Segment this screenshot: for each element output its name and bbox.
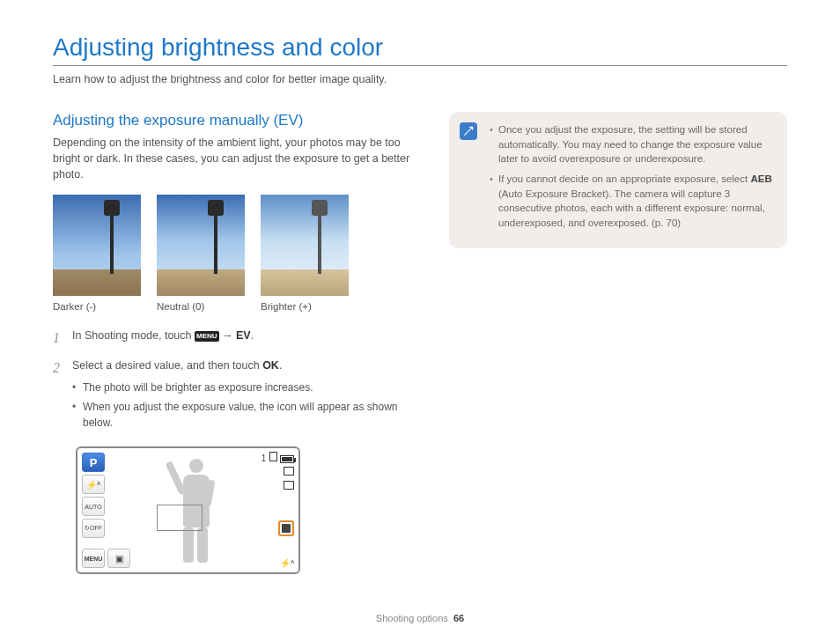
section-desc: Depending on the intensity of the ambien… — [53, 135, 414, 182]
step-2-bullet-2: When you adjust the exposure value, the … — [72, 399, 414, 431]
step-2-bullet-1: The photo will be brighter as exposure i… — [72, 380, 414, 395]
resolution-icon — [284, 481, 294, 490]
caption-darker: Darker (-) — [53, 301, 141, 312]
ev-indicator-icon — [278, 520, 294, 536]
wb-auto-icon: AUTO — [82, 497, 105, 516]
aeb-label: AEB — [750, 173, 771, 184]
step-2-number: 2 — [53, 358, 65, 434]
battery-icon — [280, 455, 294, 463]
menu-button-icon: MENU — [82, 549, 105, 568]
caption-brighter: Brighter (+) — [261, 301, 349, 312]
camera-ui-illustration: P ⚡ᴬ AUTO ↻OFF MENU ▣ 1 — [76, 446, 300, 574]
photo-brighter — [261, 195, 349, 296]
steps-list: 1 In Shooting mode, touch MENU → EV. 2 S… — [53, 328, 414, 434]
ok-label: OK — [262, 359, 279, 372]
sd-icon — [269, 452, 277, 461]
photo-neutral — [157, 195, 245, 296]
page-intro: Learn how to adjust the brightness and c… — [53, 73, 787, 85]
step-1-number: 1 — [53, 328, 65, 349]
step-2-body: Select a desired value, and then touch O… — [72, 358, 414, 434]
flash-auto-icon: ⚡ᴬ — [82, 475, 105, 494]
timer-off-icon: ↻OFF — [82, 519, 105, 538]
page-number: 66 — [453, 613, 464, 623]
section-title: Adjusting the exposure manually (EV) — [53, 112, 414, 129]
storage-icon — [284, 467, 294, 476]
mode-p-icon: P — [82, 453, 105, 472]
ev-label: EV — [236, 329, 251, 342]
note-icon — [460, 122, 477, 140]
page-footer: Shooting options 66 — [0, 613, 840, 623]
caption-neutral: Neutral (0) — [157, 301, 245, 312]
status-row: 1 — [262, 452, 294, 463]
gallery-icon: ▣ — [107, 549, 130, 568]
page-title: Adjusting brightness and color — [53, 33, 787, 66]
footer-section: Shooting options — [376, 613, 448, 623]
photo-darker — [53, 195, 141, 296]
flash-icon-br: ⚡ᴬ — [280, 558, 294, 568]
exposure-example-row: Darker (-) Neutral (0) — [53, 195, 414, 312]
menu-icon: MENU — [195, 331, 219, 342]
step-1-body: In Shooting mode, touch MENU → EV. — [72, 328, 414, 349]
callout-bullet-1: Once you adjust the exposure, the settin… — [490, 122, 773, 166]
note-callout: Once you adjust the exposure, the settin… — [449, 112, 787, 248]
focus-frame — [157, 505, 203, 531]
callout-bullet-2: If you cannot decide on an appropriate e… — [490, 172, 773, 231]
